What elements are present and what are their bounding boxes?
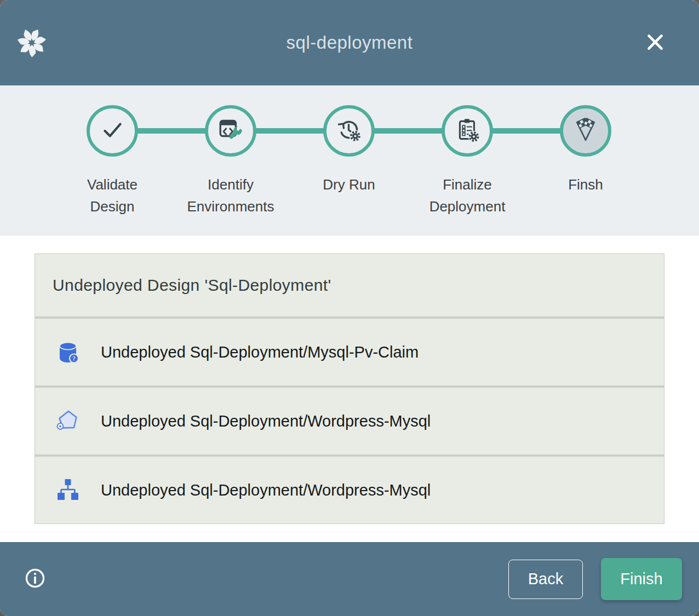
deployment-status-panel: Undeployed Design 'Sql-Deployment' ? Und… [35,254,664,524]
step-circle-finalize-deployment[interactable] [442,105,493,157]
panel-header-row: Undeployed Design 'Sql-Deployment' [35,254,664,316]
step-label: Dry Run [323,174,375,195]
pod-icon [55,408,81,434]
step-finish: Finsh [526,105,645,217]
status-row-wordpress-mysql-service: Undeployed Sql-Deployment/Wordpress-Mysq… [35,457,664,523]
info-icon [24,567,46,591]
step-circle-finish[interactable] [560,105,611,157]
step-label: Identify Environments [187,174,274,217]
modal-header: sql-deployment [0,0,699,85]
close-icon [644,31,667,55]
info-button[interactable] [23,567,47,591]
step-label: Validate Design [87,174,137,217]
status-text: Undeployed Sql-Deployment/Mysql-Pv-Claim [101,343,419,361]
sync-gear-icon [335,116,363,146]
step-label: Finalize Deployment [429,174,506,217]
status-row-wordpress-mysql-pod: Undeployed Sql-Deployment/Wordpress-Mysq… [35,388,664,454]
checkered-flags-icon [572,116,599,146]
finish-button[interactable]: Finish [601,558,682,600]
close-button[interactable] [643,31,667,55]
back-button[interactable]: Back [508,560,583,599]
modal-footer: Back Finish [0,542,699,616]
step-label: Finsh [568,174,603,195]
step-circle-identify-environments[interactable] [205,105,256,157]
code-wrench-icon [217,116,244,146]
meshery-logo-icon [16,27,47,58]
service-tree-icon [55,477,81,503]
step-circle-dry-run[interactable] [323,105,375,157]
step-dry-run: Dry Run [290,105,408,217]
deployment-wizard-modal: sql-deployment [0,0,699,616]
step-circle-validate-design[interactable] [87,105,138,157]
modal-content: Undeployed Design 'Sql-Deployment' ? Und… [0,235,699,542]
clipboard-gear-icon [454,116,481,146]
svg-text:?: ? [72,355,76,362]
status-text: Undeployed Sql-Deployment/Wordpress-Mysq… [101,412,431,430]
status-row-mysql-pv-claim: ? Undeployed Sql-Deployment/Mysql-Pv-Cla… [35,319,664,385]
panel-header-text: Undeployed Design 'Sql-Deployment' [53,276,331,295]
database-icon: ? [55,339,81,365]
modal-title: sql-deployment [287,32,413,53]
step-validate-design: Validate Design [53,105,171,217]
step-identify-environments: Identify Environments [171,105,290,217]
status-text: Undeployed Sql-Deployment/Wordpress-Mysq… [101,481,431,499]
step-finalize-deployment: Finalize Deployment [408,105,526,217]
deployment-stepper: Validate Design [0,85,699,235]
check-icon [99,116,126,146]
